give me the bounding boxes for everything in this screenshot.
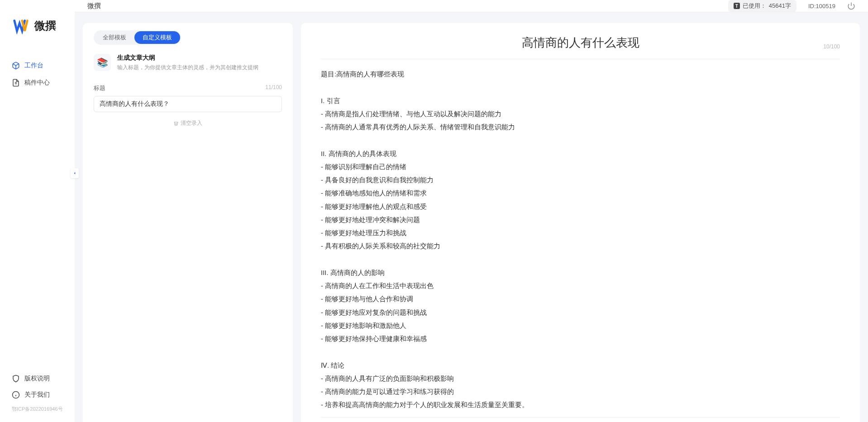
usage-badge[interactable]: T 已使用： 45641字 bbox=[728, 0, 796, 12]
title-input[interactable] bbox=[94, 96, 282, 112]
usage-label: 已使用： bbox=[743, 2, 766, 10]
output-header: 高情商的人有什么表现 10/100 bbox=[321, 35, 840, 51]
nav-main: 工作台 稿件中心 bbox=[0, 57, 75, 370]
shield-icon bbox=[12, 375, 20, 383]
collapse-sidebar-button[interactable] bbox=[71, 168, 79, 178]
cube-icon bbox=[12, 62, 20, 70]
chevron-left-icon bbox=[72, 171, 77, 175]
divider bbox=[321, 59, 840, 59]
panel-left: 全部模板 自定义模板 📚 生成文章大纲 输入标题，为你提供文章主体的灵感，并为其… bbox=[83, 23, 293, 422]
nav-label: 关于我们 bbox=[24, 391, 50, 399]
topbar: 微撰 T 已使用： 45641字 ID:100519 bbox=[75, 0, 868, 12]
page-title: 微撰 bbox=[87, 2, 101, 10]
nav-label: 稿件中心 bbox=[24, 79, 50, 87]
tab-all-templates[interactable]: 全部模板 bbox=[95, 31, 134, 44]
field-label: 标题 bbox=[94, 84, 105, 92]
output-body[interactable]: 题目:高情商的人有哪些表现 I. 引言 - 高情商是指人们处理情绪、与他人互动以… bbox=[321, 67, 840, 412]
user-id: ID:100519 bbox=[808, 3, 835, 9]
output-title-count: 10/100 bbox=[823, 43, 840, 50]
nav-item-copyright[interactable]: 版权说明 bbox=[0, 370, 75, 387]
main: 微撰 T 已使用： 45641字 ID:100519 全部模板 自定义模板 bbox=[75, 0, 868, 422]
clear-icon bbox=[173, 121, 179, 126]
template-tabs: 全部模板 自定义模板 bbox=[94, 30, 181, 45]
sidebar-bottom: 版权说明 关于我们 鄂ICP备2022016946号 bbox=[0, 370, 75, 422]
sidebar: 微撰 工作台 稿件中心 版权说明 关于我们 鄂ICP备2022016946号 bbox=[0, 0, 75, 422]
logo-text: 微撰 bbox=[34, 19, 56, 33]
nav-item-drafts[interactable]: 稿件中心 bbox=[0, 74, 75, 91]
content: 全部模板 自定义模板 📚 生成文章大纲 输入标题，为你提供文章主体的灵感，并为其… bbox=[75, 12, 868, 422]
nav-label: 工作台 bbox=[24, 62, 43, 70]
field-label-row: 标题 11/100 bbox=[94, 84, 282, 92]
nav-label: 版权说明 bbox=[24, 375, 50, 383]
template-icon: 📚 bbox=[94, 54, 111, 71]
document-icon bbox=[12, 79, 20, 87]
icp-text: 鄂ICP备2022016946号 bbox=[0, 403, 75, 415]
clear-input-button[interactable]: 清空录入 bbox=[94, 119, 282, 127]
usage-value: 45641字 bbox=[769, 2, 791, 10]
power-icon[interactable] bbox=[847, 2, 855, 10]
logo[interactable]: 微撰 bbox=[0, 8, 75, 57]
template-card: 📚 生成文章大纲 输入标题，为你提供文章主体的灵感，并为其创建推文提纲 bbox=[94, 54, 282, 71]
tab-custom-templates[interactable]: 自定义模板 bbox=[134, 31, 180, 44]
output-title: 高情商的人有什么表现 bbox=[522, 35, 639, 51]
output-footer: 复制 404字 bbox=[321, 417, 840, 422]
nav-item-workspace[interactable]: 工作台 bbox=[0, 57, 75, 74]
template-desc: 输入标题，为你提供文章主体的灵感，并为其创建推文提纲 bbox=[117, 64, 258, 71]
info-icon bbox=[12, 391, 20, 399]
nav-item-about[interactable]: 关于我们 bbox=[0, 387, 75, 403]
panel-right: 高情商的人有什么表现 10/100 题目:高情商的人有哪些表现 I. 引言 - … bbox=[301, 23, 860, 422]
text-icon: T bbox=[734, 3, 740, 9]
field-char-count: 11/100 bbox=[265, 84, 282, 92]
template-title: 生成文章大纲 bbox=[117, 54, 258, 62]
logo-icon bbox=[13, 17, 30, 34]
topbar-right: T 已使用： 45641字 ID:100519 bbox=[728, 0, 855, 12]
